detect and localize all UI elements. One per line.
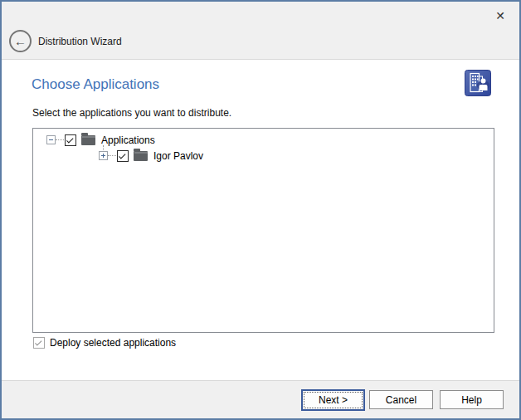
page-title: Choose Applications [32,76,159,93]
folder-icon [81,135,95,145]
collapse-icon[interactable] [46,135,56,144]
close-button[interactable]: ✕ [491,7,509,25]
check-icon [66,136,73,143]
wizard-header: ✕ ← Distribution Wizard [2,2,519,60]
back-arrow-icon: ← [14,35,27,47]
tree-item-label: Igor Pavlov [153,150,203,162]
wizard-title: Distribution Wizard [38,36,122,47]
igor-pavlov-checkbox[interactable] [117,150,129,162]
back-button[interactable]: ← [9,30,32,52]
next-button[interactable]: Next > [301,389,365,411]
distribution-wizard-window: ✕ ← Distribution Wizard Choose Applicati… [0,0,521,420]
tree-connector-line [108,155,116,156]
expand-icon[interactable] [99,151,108,160]
folder-icon [134,151,148,161]
applications-tree[interactable]: Applications Igor Pavlov [32,128,494,333]
check-icon [35,339,41,345]
deploy-checkbox-row[interactable]: Deploy selected applications [33,337,176,349]
deploy-checkbox-label: Deploy selected applications [50,337,176,349]
tree-item-label: Applications [101,134,155,146]
tree-connector-line [56,139,64,140]
close-icon: ✕ [495,9,505,22]
deploy-checkbox[interactable] [33,337,45,349]
help-button[interactable]: Help [440,390,504,409]
applications-building-icon [465,70,491,96]
check-icon [119,152,125,159]
cancel-button[interactable]: Cancel [369,390,433,409]
applications-checkbox[interactable] [65,134,76,146]
button-bar: Next > Cancel Help [2,380,519,418]
instruction-text: Select the applications you want to dist… [32,107,231,119]
